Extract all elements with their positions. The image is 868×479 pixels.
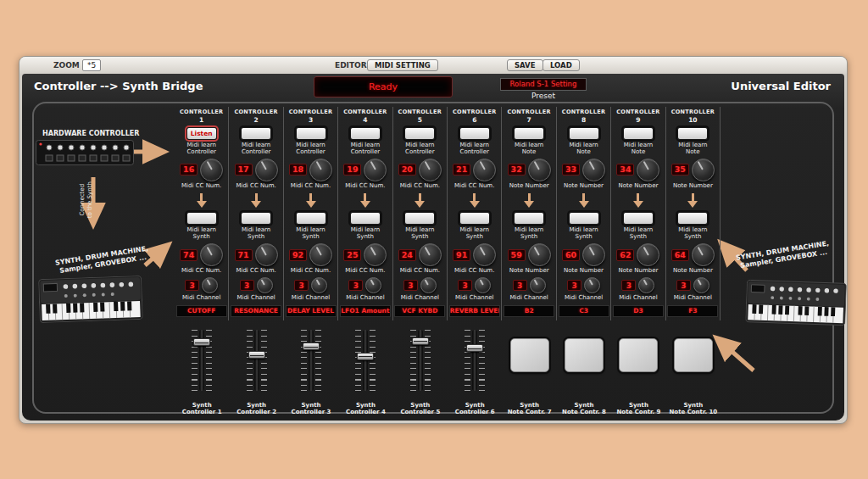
cc-number-knob[interactable] [582,159,605,181]
note-pad-button[interactable] [565,338,604,372]
midi-learn-synth-button[interactable] [514,212,544,225]
midi-channel-display[interactable]: 3 [240,280,254,291]
synth-cc-display[interactable]: 59 [508,249,526,261]
synth-cc-knob[interactable] [473,243,496,266]
synth-cc-knob[interactable] [692,243,715,266]
midi-channel-knob[interactable] [638,277,654,293]
note-pad-button[interactable] [510,338,549,372]
cc-number-knob[interactable] [692,159,715,181]
slider-cap[interactable] [412,337,429,345]
midi-learn-synth-button[interactable] [350,212,381,225]
cc-number-display[interactable]: 32 [508,164,526,175]
midi-learn-controller-button[interactable] [296,127,326,140]
synth-cc-knob[interactable] [255,243,278,266]
synth-controller-slider[interactable] [410,330,431,391]
synth-cc-knob[interactable] [582,243,605,266]
midi-learn-synth-button[interactable] [677,212,708,225]
synth-controller-slider[interactable] [247,330,267,391]
midi-channel-knob[interactable] [202,277,218,293]
synth-cc-display[interactable]: 24 [398,249,416,261]
slider-cap[interactable] [248,351,265,359]
midi-channel-display[interactable]: 3 [185,280,199,291]
cc-number-display[interactable]: 16 [180,164,198,175]
midi-learn-synth-button[interactable] [459,212,490,225]
cc-number-knob[interactable] [309,159,332,181]
cc-number-display[interactable]: 19 [343,164,361,175]
cc-number-knob[interactable] [255,159,278,181]
midi-channel-knob[interactable] [420,277,437,293]
midi-channel-display[interactable]: 3 [621,280,636,291]
cc-number-display[interactable]: 17 [235,164,253,175]
midi-learn-synth-button[interactable] [569,212,599,225]
midi-channel-knob[interactable] [257,277,273,293]
midi-channel-knob[interactable] [311,277,327,293]
zoom-value-box[interactable]: *5 [82,59,101,71]
synth-cc-knob[interactable] [528,243,551,266]
cc-number-knob[interactable] [364,159,387,181]
midi-learn-synth-button[interactable] [241,212,271,225]
synth-cc-knob[interactable] [200,243,223,266]
midi-channel-display[interactable]: 3 [567,280,581,291]
note-pad-button[interactable] [674,338,713,372]
midi-learn-controller-button[interactable] [404,127,435,140]
midi-channel-display[interactable]: 3 [458,280,472,291]
synth-cc-display[interactable]: 74 [180,249,198,261]
load-button[interactable]: LOAD [542,59,580,71]
slider-cap[interactable] [357,353,374,360]
midi-channel-display[interactable]: 3 [676,280,691,291]
cc-number-knob[interactable] [200,159,223,181]
midi-learn-controller-button[interactable] [514,127,544,140]
midi-channel-knob[interactable] [365,277,381,293]
midi-channel-knob[interactable] [475,277,491,293]
midi-learn-controller-button[interactable] [241,127,271,140]
synth-cc-display[interactable]: 25 [343,249,361,261]
synth-controller-slider[interactable] [192,330,212,391]
midi-setting-button[interactable]: MIDI SETTING [367,59,438,71]
midi-learn-controller-button[interactable] [623,127,654,140]
cc-number-display[interactable]: 33 [562,164,580,175]
midi-learn-synth-button[interactable] [186,212,217,225]
slider-cap[interactable] [303,343,320,350]
slider-cap[interactable] [193,338,210,346]
midi-learn-controller-button[interactable] [459,127,490,140]
synth-controller-slider[interactable] [355,330,376,391]
midi-learn-controller-button[interactable]: Listen [186,127,217,140]
midi-channel-display[interactable]: 3 [294,280,309,291]
save-button[interactable]: SAVE [507,59,543,71]
midi-channel-display[interactable]: 3 [348,280,363,291]
midi-learn-controller-button[interactable] [569,127,599,140]
synth-cc-knob[interactable] [637,243,659,266]
cc-number-knob[interactable] [419,159,442,181]
synth-cc-knob[interactable] [419,243,442,266]
midi-channel-knob[interactable] [693,277,709,293]
cc-number-knob[interactable] [637,159,659,181]
cc-number-display[interactable]: 20 [398,164,416,175]
synth-cc-knob[interactable] [309,243,332,266]
midi-learn-synth-button[interactable] [296,212,326,225]
synth-cc-display[interactable]: 62 [616,249,634,261]
cc-number-display[interactable]: 34 [616,164,634,175]
synth-cc-display[interactable]: 64 [671,249,689,261]
midi-learn-controller-button[interactable] [677,127,708,140]
cc-number-knob[interactable] [528,159,551,181]
cc-number-display[interactable]: 18 [289,164,307,175]
synth-cc-display[interactable]: 71 [235,249,253,261]
slider-cap[interactable] [466,344,483,352]
midi-learn-synth-button[interactable] [404,212,435,225]
synth-cc-display[interactable]: 91 [453,249,470,261]
cc-number-knob[interactable] [473,159,496,181]
synth-cc-knob[interactable] [364,243,387,266]
synth-controller-slider[interactable] [301,330,321,391]
note-pad-button[interactable] [619,338,658,372]
cc-number-display[interactable]: 21 [453,164,470,175]
midi-channel-knob[interactable] [584,277,600,293]
cc-number-display[interactable]: 35 [671,164,689,175]
midi-channel-display[interactable]: 3 [513,280,527,291]
synth-cc-display[interactable]: 60 [562,249,580,261]
midi-channel-knob[interactable] [530,277,546,293]
midi-learn-controller-button[interactable] [350,127,381,140]
synth-cc-display[interactable]: 92 [289,249,307,261]
preset-display[interactable]: Roland S-1 Setting [500,78,587,91]
midi-channel-display[interactable]: 3 [403,280,418,291]
midi-learn-synth-button[interactable] [623,212,654,225]
